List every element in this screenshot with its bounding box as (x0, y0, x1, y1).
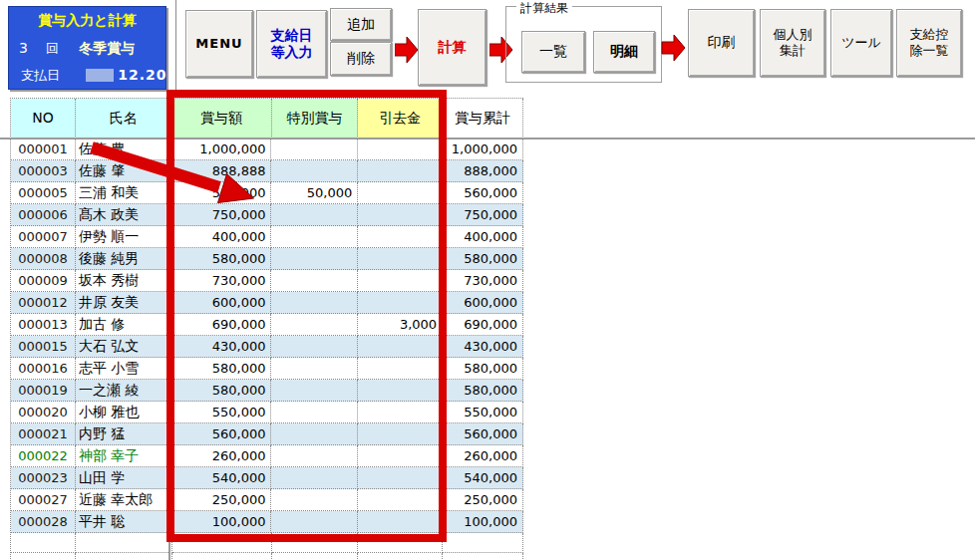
cell-bonus-total[interactable]: 580,000 (443, 380, 523, 402)
header-no[interactable]: NO (11, 99, 76, 139)
cell-deduction[interactable] (358, 358, 443, 380)
cell-name[interactable]: 井原 友美 (76, 292, 172, 314)
cell-special-bonus[interactable]: 50,000 (271, 182, 358, 204)
cell-bonus-total[interactable]: 600,000 (443, 292, 523, 314)
cell-bonus[interactable]: 550,000 (172, 402, 272, 423)
cell-bonus-total[interactable]: 550,000 (443, 402, 523, 423)
cell-bonus[interactable]: 430,000 (172, 336, 272, 358)
cell-special-bonus[interactable] (271, 204, 358, 226)
cell-special-bonus[interactable] (271, 445, 358, 467)
cell-no[interactable]: 000012 (11, 292, 76, 314)
cell-bonus[interactable]: 580,000 (172, 380, 272, 402)
cell-bonus[interactable]: 100,000 (172, 511, 272, 533)
cell-deduction[interactable] (358, 445, 443, 467)
cell-no[interactable]: 000005 (11, 182, 76, 204)
cell-special-bonus[interactable] (271, 380, 358, 402)
cell-no[interactable]: 000027 (11, 489, 76, 511)
cell-bonus-total[interactable]: 888,000 (443, 160, 523, 182)
add-row-button[interactable]: 追加 (330, 8, 392, 41)
cell-deduction[interactable] (358, 248, 443, 270)
result-list-button[interactable]: 一覧 (521, 31, 585, 73)
payday-input-button[interactable]: 支給日 等入力 (256, 10, 327, 78)
cell-special-bonus[interactable] (271, 511, 358, 533)
cell-special-bonus[interactable] (271, 467, 358, 489)
cell-deduction[interactable]: 3,000 (358, 314, 443, 336)
cell-bonus[interactable]: 1,000,000 (172, 139, 272, 160)
cell-name[interactable]: 佐藤 豊 (76, 139, 172, 160)
cell-special-bonus[interactable] (271, 314, 358, 336)
cell-special-bonus[interactable] (271, 292, 358, 314)
cell-name[interactable]: 後藤 純男 (76, 248, 172, 270)
cell-deduction[interactable] (358, 511, 443, 533)
header-deduction[interactable]: 引去金 (358, 99, 443, 139)
cell-no[interactable]: 000023 (11, 467, 76, 489)
cell-special-bonus[interactable] (271, 423, 358, 445)
cell-no[interactable]: 000016 (11, 358, 76, 380)
calculate-button[interactable]: 計算 (418, 9, 487, 86)
cell-special-bonus[interactable] (271, 270, 358, 292)
header-bonus-total[interactable]: 賞与累計 (443, 99, 523, 139)
header-name[interactable]: 氏名 (76, 99, 172, 139)
cell-bonus-total[interactable]: 1,000,000 (443, 139, 523, 160)
cell-bonus[interactable]: 260,000 (172, 445, 272, 467)
cell-bonus-total[interactable]: 250,000 (443, 489, 523, 511)
result-detail-button[interactable]: 明細 (593, 31, 655, 73)
cell-deduction[interactable] (358, 336, 443, 358)
cell-bonus[interactable]: 580,000 (172, 358, 272, 380)
cell-deduction[interactable] (358, 182, 443, 204)
cell-name[interactable]: 平井 聡 (76, 511, 172, 533)
cell-name[interactable]: 近藤 幸太郎 (76, 489, 172, 511)
cell-name[interactable]: 神部 幸子 (76, 445, 172, 467)
cell-bonus-total[interactable]: 100,000 (443, 511, 523, 533)
cell-bonus[interactable]: 560,000 (172, 423, 272, 445)
cell-deduction[interactable] (358, 226, 443, 248)
pane-divider-vertical[interactable] (168, 140, 170, 560)
cell-bonus-total[interactable]: 400,000 (443, 226, 523, 248)
menu-button[interactable]: MENU (185, 10, 253, 78)
cell-deduction[interactable] (358, 204, 443, 226)
cell-no[interactable]: 000013 (11, 314, 76, 336)
cell-bonus-total[interactable]: 260,000 (443, 445, 523, 467)
cell-bonus[interactable]: 580,000 (172, 248, 272, 270)
cell-bonus[interactable]: 690,000 (172, 314, 272, 336)
cell-special-bonus[interactable] (271, 139, 358, 160)
cell-name[interactable]: 坂本 秀樹 (76, 270, 172, 292)
cell-deduction[interactable] (358, 292, 443, 314)
cell-bonus-total[interactable]: 690,000 (443, 314, 523, 336)
cell-no[interactable]: 000007 (11, 226, 76, 248)
cell-bonus[interactable]: 888,888 (172, 160, 272, 182)
cell-no[interactable]: 000022 (11, 445, 76, 467)
cell-name[interactable]: 加古 修 (76, 314, 172, 336)
cell-special-bonus[interactable] (271, 160, 358, 182)
cell-special-bonus[interactable] (271, 489, 358, 511)
cell-no[interactable]: 000008 (11, 248, 76, 270)
delete-row-button[interactable]: 削除 (330, 42, 392, 76)
cell-name[interactable]: 髙木 政美 (76, 204, 172, 226)
cell-bonus[interactable]: 400,000 (172, 226, 272, 248)
personal-summary-button[interactable]: 個人別 集計 (760, 9, 825, 77)
cell-name[interactable]: 三浦 和美 (76, 182, 172, 204)
cell-name[interactable]: 志平 小雪 (76, 358, 172, 380)
cell-deduction[interactable] (358, 160, 443, 182)
print-button[interactable]: 印刷 (688, 9, 755, 77)
cell-special-bonus[interactable] (271, 358, 358, 380)
cell-bonus-total[interactable]: 430,000 (443, 336, 523, 358)
cell-bonus-total[interactable]: 540,000 (443, 467, 523, 489)
cell-bonus[interactable]: 750,000 (172, 204, 272, 226)
cell-deduction[interactable] (358, 270, 443, 292)
cell-deduction[interactable] (358, 402, 443, 423)
cell-bonus-total[interactable]: 580,000 (443, 358, 523, 380)
cell-bonus[interactable]: 250,000 (172, 489, 272, 511)
cell-bonus-total[interactable]: 580,000 (443, 248, 523, 270)
cell-special-bonus[interactable] (271, 336, 358, 358)
cell-name[interactable]: 山田 学 (76, 467, 172, 489)
cell-no[interactable]: 000021 (11, 423, 76, 445)
cell-bonus-total[interactable]: 560,000 (443, 182, 523, 204)
cell-name[interactable]: 小柳 雅也 (76, 402, 172, 423)
cell-special-bonus[interactable] (271, 402, 358, 423)
cell-bonus-total[interactable]: 750,000 (443, 204, 523, 226)
cell-name[interactable]: 大石 弘文 (76, 336, 172, 358)
cell-no[interactable]: 000009 (11, 270, 76, 292)
cell-bonus[interactable]: 560,000 (172, 182, 272, 204)
cell-special-bonus[interactable] (271, 226, 358, 248)
